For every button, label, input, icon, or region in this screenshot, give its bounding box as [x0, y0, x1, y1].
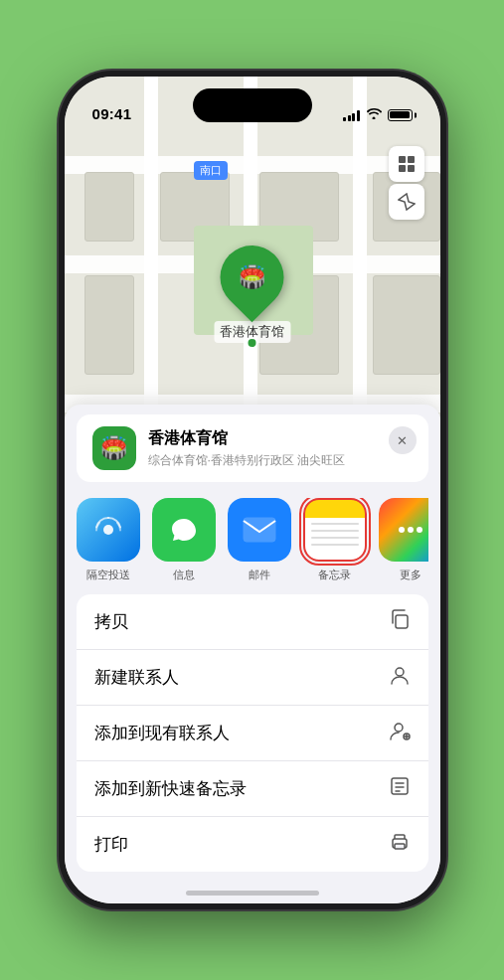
svg-rect-1	[408, 156, 415, 163]
svg-point-8	[395, 724, 403, 732]
print-icon	[389, 831, 411, 858]
action-add-contact-label: 添加到现有联系人	[94, 722, 230, 744]
app-item-mail[interactable]: 邮件	[228, 498, 291, 582]
app-item-notes[interactable]: 备忘录	[303, 498, 367, 582]
svg-rect-3	[408, 165, 415, 172]
airdrop-icon	[77, 498, 140, 562]
close-button[interactable]: ✕	[389, 426, 417, 454]
location-pin: 🏟️ 香港体育馆	[214, 245, 290, 343]
signal-bar-4	[357, 110, 360, 121]
airdrop-label: 隔空投送	[86, 568, 130, 582]
more-label: 更多	[400, 568, 421, 582]
svg-point-7	[396, 668, 404, 676]
notes-label: 备忘录	[318, 568, 351, 582]
pin-icon: 🏟️	[239, 264, 265, 290]
action-copy[interactable]: 拷贝	[77, 594, 428, 650]
svg-rect-17	[395, 844, 405, 849]
svg-rect-2	[399, 165, 406, 172]
notes-line	[311, 544, 359, 546]
new-contact-icon	[389, 664, 411, 691]
notes-icon	[303, 498, 367, 562]
signal-bars-icon	[343, 109, 360, 121]
action-new-contact-label: 新建联系人	[94, 666, 179, 689]
quick-note-icon	[389, 775, 411, 802]
dynamic-island	[193, 88, 312, 122]
app-item-messages[interactable]: 信息	[152, 498, 216, 582]
add-contact-icon	[389, 720, 411, 746]
action-print-label: 打印	[94, 833, 128, 856]
app-item-more[interactable]: 更多	[379, 498, 428, 582]
location-card-address: 综合体育馆·香港特别行政区 油尖旺区	[148, 452, 413, 469]
apps-scroll: 隔空投送 信息	[77, 498, 428, 582]
wifi-icon	[366, 107, 382, 122]
copy-icon	[389, 608, 411, 635]
svg-rect-5	[244, 518, 275, 542]
action-quick-note-label: 添加到新快速备忘录	[94, 777, 247, 800]
signal-bar-1	[343, 117, 346, 121]
pin-circle: 🏟️	[207, 233, 297, 323]
more-icon	[379, 498, 428, 562]
more-dot	[417, 527, 422, 533]
map-station-label: 南口	[194, 161, 228, 180]
pin-shadow	[249, 339, 256, 347]
location-info: 香港体育馆 综合体育馆·香港特别行政区 油尖旺区	[148, 428, 413, 469]
location-card: 🏟️ 香港体育馆 综合体育馆·香港特别行政区 油尖旺区 ✕	[77, 414, 428, 482]
map-building	[84, 275, 134, 375]
more-dot	[408, 527, 414, 533]
more-dot	[399, 527, 405, 533]
map-controls	[389, 146, 424, 220]
phone-screen: 09:41	[65, 77, 440, 903]
phone-frame: 09:41	[59, 71, 446, 909]
mail-label: 邮件	[249, 568, 270, 582]
location-card-name: 香港体育馆	[148, 428, 413, 449]
action-new-contact[interactable]: 新建联系人	[77, 650, 428, 706]
actions-list: 拷贝 新建联系人	[77, 594, 428, 872]
signal-bar-3	[352, 113, 355, 121]
action-print[interactable]: 打印	[77, 817, 428, 872]
home-indicator	[186, 891, 319, 896]
svg-rect-6	[396, 615, 408, 628]
svg-point-4	[103, 525, 113, 535]
notes-line	[311, 523, 359, 525]
signal-bar-2	[348, 115, 351, 121]
notes-lines	[311, 523, 359, 546]
status-icons	[343, 107, 413, 122]
svg-rect-0	[399, 156, 406, 163]
map-building	[84, 172, 134, 242]
share-sheet: 🏟️ 香港体育馆 综合体育馆·香港特别行政区 油尖旺区 ✕	[65, 405, 440, 903]
action-quick-note[interactable]: 添加到新快速备忘录	[77, 761, 428, 817]
notes-line	[311, 530, 359, 532]
messages-label: 信息	[173, 568, 195, 582]
map-location-button[interactable]	[389, 184, 424, 220]
battery-fill	[390, 111, 410, 118]
action-copy-label: 拷贝	[94, 610, 128, 633]
messages-icon	[152, 498, 216, 562]
status-time: 09:41	[92, 105, 132, 122]
notes-line	[311, 537, 359, 539]
app-item-airdrop[interactable]: 隔空投送	[77, 498, 140, 582]
action-add-contact[interactable]: 添加到现有联系人	[77, 706, 428, 761]
map-building	[373, 275, 440, 375]
mail-icon	[228, 498, 291, 562]
map-view-button[interactable]	[389, 146, 424, 182]
location-card-icon: 🏟️	[92, 426, 136, 470]
battery-icon	[388, 109, 413, 121]
apps-row: 隔空投送 信息	[65, 490, 440, 594]
